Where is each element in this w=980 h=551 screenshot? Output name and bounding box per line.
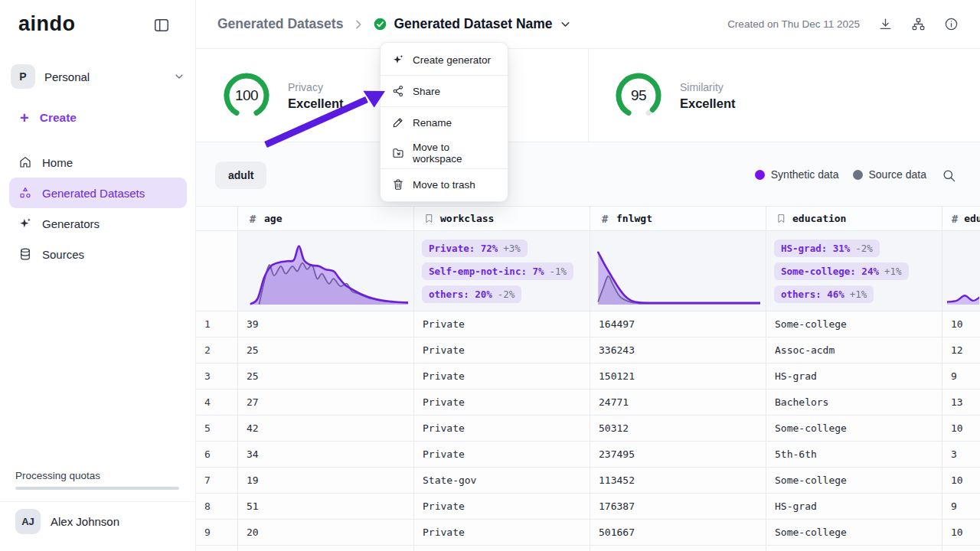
table-tab-adult[interactable]: adult	[215, 161, 266, 189]
sidebar-collapse-icon[interactable]	[153, 17, 170, 34]
table-cell: Private	[414, 494, 590, 520]
table-row: 920Private501667Some-college10	[196, 520, 980, 546]
table-cell: 150121	[590, 364, 766, 390]
search-icon[interactable]	[942, 168, 956, 183]
generators-sparkles-icon	[18, 217, 32, 230]
table-cell: 10	[942, 416, 980, 442]
table-header-row: # age workclass # fnlwgt education #	[196, 206, 980, 231]
menu-item-move-to-trash[interactable]: Move to trash	[381, 169, 508, 200]
category-bookmark-icon	[776, 214, 786, 224]
category-bookmark-icon	[423, 214, 434, 224]
create-button[interactable]: + Create	[20, 110, 77, 126]
user-account[interactable]: AJ Alex Johnson	[0, 501, 195, 541]
numeric-type-icon: #	[599, 214, 610, 224]
menu-item-create-generator[interactable]: Create generator	[381, 44, 508, 75]
similarity-score-panel: 95 Similarity Excellent	[614, 49, 735, 142]
education-summary: HS-grad: 31%-2% Some-college: 24%+1% oth…	[766, 231, 942, 311]
sidebar-item-generators[interactable]: Generators	[9, 208, 187, 239]
app-window: aindo P Personal + Create Home	[0, 0, 980, 551]
lineage-graph-icon[interactable]	[911, 17, 926, 31]
column-header-age[interactable]: # age	[238, 206, 414, 231]
row-number: 7	[196, 468, 238, 494]
table-cell: Private	[414, 364, 590, 390]
age-distribution-chart	[238, 231, 414, 311]
sidebar-item-generated-datasets[interactable]: Generated Datasets	[9, 178, 187, 208]
table-row: 139Private164497Some-college10	[196, 311, 980, 337]
table-cell: Some-college	[766, 311, 942, 337]
table-row: 427Private24771Bachelors13	[196, 390, 980, 416]
user-avatar: AJ	[15, 509, 41, 534]
table-cell: Assoc-acdm	[766, 337, 942, 364]
row-number: 8	[196, 494, 238, 520]
row-number: 1	[196, 311, 238, 337]
table-row: 325Private150121HS-grad9	[196, 364, 980, 390]
similarity-score-value: 95	[614, 71, 663, 120]
legend-source: Source data	[853, 168, 927, 181]
download-icon[interactable]	[878, 17, 893, 31]
chevron-down-icon	[559, 18, 572, 31]
table-cell: 19	[238, 468, 414, 494]
column-header-education[interactable]: education	[766, 206, 942, 231]
table-cell: 27	[238, 390, 414, 416]
table-row-partial	[196, 546, 980, 551]
pencil-icon	[392, 116, 404, 129]
table-cell: 50312	[590, 416, 766, 442]
sidebar-item-label: Home	[42, 156, 73, 169]
table-cell: 42	[238, 416, 414, 442]
table-cell: Some-college	[766, 468, 942, 494]
sidebar-item-sources[interactable]: Sources	[9, 239, 187, 269]
table-cell: 24771	[590, 390, 766, 416]
chevron-down-icon	[173, 70, 185, 83]
table-cell: 20	[238, 520, 414, 546]
quality-scores-section: 100 Privacy Excellent 95 Similarity Exce…	[196, 49, 980, 142]
privacy-score-panel: 100 Privacy Excellent	[222, 49, 343, 142]
sidebar-item-home[interactable]: Home	[9, 147, 187, 178]
info-icon[interactable]	[944, 17, 959, 31]
sidebar-item-label: Generators	[42, 217, 100, 230]
table-cell: 25	[238, 364, 414, 390]
sidebar-item-label: Generated Datasets	[42, 187, 145, 200]
table-cell: 13	[942, 390, 980, 416]
sparkles-icon	[392, 54, 404, 66]
category-stat-chip: others: 20%-2%	[422, 285, 521, 303]
menu-item-share[interactable]: Share	[381, 76, 508, 106]
table-cell: 176387	[590, 494, 766, 520]
column-header-workclass[interactable]: workclass	[414, 206, 590, 231]
row-number: 2	[196, 337, 238, 364]
table-cell: Private	[414, 311, 590, 337]
workspace-name: Personal	[44, 70, 164, 83]
breadcrumb-parent[interactable]: Generated Datasets	[217, 16, 343, 32]
breadcrumb-chevron-icon	[352, 18, 364, 31]
table-row: 542Private50312Some-college10	[196, 416, 980, 442]
folder-move-icon	[392, 147, 404, 159]
row-number: 3	[196, 364, 238, 390]
row-number: 9	[196, 520, 238, 546]
create-label: Create	[40, 111, 77, 125]
page-header: Generated Datasets Generated Dataset Nam…	[196, 0, 980, 49]
scores-divider	[588, 49, 589, 142]
table-row: 851Private176387HS-grad9	[196, 494, 980, 520]
menu-item-move-to-workspace[interactable]: Move to workspace	[381, 138, 508, 168]
table-cell: State-gov	[414, 468, 590, 494]
menu-item-rename[interactable]: Rename	[381, 107, 508, 138]
generated-datasets-icon	[18, 186, 32, 200]
table-cell: 164497	[590, 311, 766, 337]
user-name: Alex Johnson	[51, 515, 119, 528]
table-cell: 39	[238, 311, 414, 337]
table-cell: 3	[942, 442, 980, 468]
dataset-title-dropdown[interactable]: Generated Dataset Name	[394, 16, 571, 32]
home-icon	[18, 155, 32, 169]
trash-icon	[392, 178, 404, 191]
row-number: 6	[196, 442, 238, 468]
table-cell: Some-college	[766, 520, 942, 546]
table-row: 719State-gov113452Some-college10	[196, 468, 980, 494]
fnlwgt-distribution-chart	[590, 231, 766, 311]
plus-icon: +	[20, 110, 29, 126]
column-header-fnlwgt[interactable]: # fnlwgt	[590, 206, 766, 231]
column-header-edu[interactable]: # edu	[942, 206, 980, 231]
workspace-selector[interactable]: P Personal	[11, 63, 185, 90]
created-date: Created on Thu Dec 11 2025	[727, 18, 860, 30]
processing-quotas-label: Processing quotas	[15, 470, 100, 481]
table-cell: 51	[238, 494, 414, 520]
synthetic-dot-icon	[755, 170, 765, 180]
